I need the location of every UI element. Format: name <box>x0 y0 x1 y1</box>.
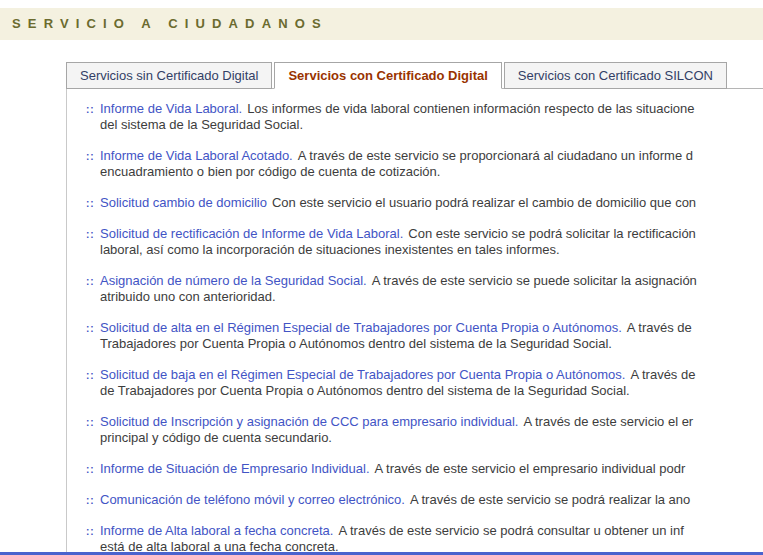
list-bullet-icon: :: <box>86 524 95 540</box>
list-item: :: Informe de Situación de Empresario In… <box>67 461 763 477</box>
list-item: :: Solicitud de Inscripción y asignación… <box>67 414 763 446</box>
tab-servicios-con-certificado-digital[interactable]: Servicios con Certificado Digital <box>274 62 501 89</box>
services-list: :: Informe de Vida Laboral.Los informes … <box>67 101 763 555</box>
service-link[interactable]: Comunicación de teléfono móvil y correo … <box>100 492 405 507</box>
list-item: :: Informe de Vida Laboral.Los informes … <box>67 101 763 133</box>
list-bullet-icon: :: <box>86 415 95 431</box>
list-item: :: Informe de Alta laboral a fecha concr… <box>67 523 763 555</box>
service-link[interactable]: Informe de Vida Laboral Acotado. <box>100 148 293 163</box>
list-bullet-icon: :: <box>86 493 95 509</box>
page-title-band: SERVICIO A CIUDADANOS <box>0 8 763 40</box>
list-bullet-icon: :: <box>86 227 95 243</box>
service-description: A través de <box>630 367 695 382</box>
service-description: A través de este servicio el empresario … <box>375 461 686 476</box>
list-item: :: Asignación de número de la Seguridad … <box>67 273 763 305</box>
list-bullet-icon: :: <box>86 368 95 384</box>
page-title: SERVICIO A CIUDADANOS <box>12 16 328 31</box>
service-description-continued: de Trabajadores por Cuenta Propia o Autó… <box>100 383 763 399</box>
service-link[interactable]: Solicitud de baja en el Régimen Especial… <box>100 367 625 382</box>
service-link[interactable]: Solicitud de Inscripción y asignación de… <box>100 414 518 429</box>
list-bullet-icon: :: <box>86 462 95 478</box>
service-link[interactable]: Solicitud cambio de domicilio <box>100 195 267 210</box>
list-bullet-icon: :: <box>86 274 95 290</box>
service-link[interactable]: Informe de Situación de Empresario Indiv… <box>100 461 370 476</box>
service-description: Con este servicio se podrá solicitar la … <box>408 226 696 241</box>
service-description-continued: del sistema de la Seguridad Social. <box>100 117 763 133</box>
list-item: :: Solicitud de alta en el Régimen Espec… <box>67 320 763 352</box>
list-item: :: Informe de Vida Laboral Acotado.A tra… <box>67 148 763 180</box>
service-description: A través de este servicio el er <box>523 414 693 429</box>
top-white-strip <box>0 0 763 8</box>
service-description: A través de este servicio se podrá consu… <box>338 523 683 538</box>
service-description: Con este servicio el usuario podrá reali… <box>272 195 696 210</box>
service-description: A través de <box>627 320 692 335</box>
service-link[interactable]: Solicitud de alta en el Régimen Especial… <box>100 320 622 335</box>
list-item: :: Solicitud de rectificación de Informe… <box>67 226 763 258</box>
service-description-continued: atribuido uno con anterioridad. <box>100 289 763 305</box>
service-description-continued: encuadramiento o bien por código de cuen… <box>100 164 763 180</box>
list-bullet-icon: :: <box>86 102 95 118</box>
service-description-continued: principal y código de cuenta secundario. <box>100 430 763 446</box>
service-description: A través de este servicio se proporciona… <box>298 148 693 163</box>
service-link[interactable]: Informe de Vida Laboral. <box>100 101 242 116</box>
tab-servicios-sin-certificado-digital[interactable]: Servicios sin Certificado Digital <box>66 62 272 89</box>
service-description-continued: Trabajadores por Cuenta Propia o Autónom… <box>100 336 763 352</box>
tab-panel: :: Informe de Vida Laboral.Los informes … <box>66 88 763 555</box>
list-item: :: Solicitud de baja en el Régimen Espec… <box>67 367 763 399</box>
service-link[interactable]: Asignación de número de la Seguridad Soc… <box>100 273 367 288</box>
service-link[interactable]: Informe de Alta laboral a fecha concreta… <box>100 523 333 538</box>
list-bullet-icon: :: <box>86 321 95 337</box>
service-description: Los informes de vida laboral contienen i… <box>247 101 694 116</box>
service-description: A través de este servicio se podrá reali… <box>410 492 690 507</box>
tab-bar: Servicios sin Certificado Digital Servic… <box>66 62 763 89</box>
service-description: A través de este servicio se puede solic… <box>372 273 697 288</box>
list-bullet-icon: :: <box>86 196 95 212</box>
list-item: :: Comunicación de teléfono móvil y corr… <box>67 492 763 508</box>
list-item: :: Solicitud cambio de domicilioCon este… <box>67 195 763 211</box>
service-description-continued: laboral, así como la incorporación de si… <box>100 242 763 258</box>
service-link[interactable]: Solicitud de rectificación de Informe de… <box>100 226 403 241</box>
tab-servicios-con-certificado-silcon[interactable]: Servicios con Certificado SILCON <box>504 62 727 89</box>
list-bullet-icon: :: <box>86 149 95 165</box>
